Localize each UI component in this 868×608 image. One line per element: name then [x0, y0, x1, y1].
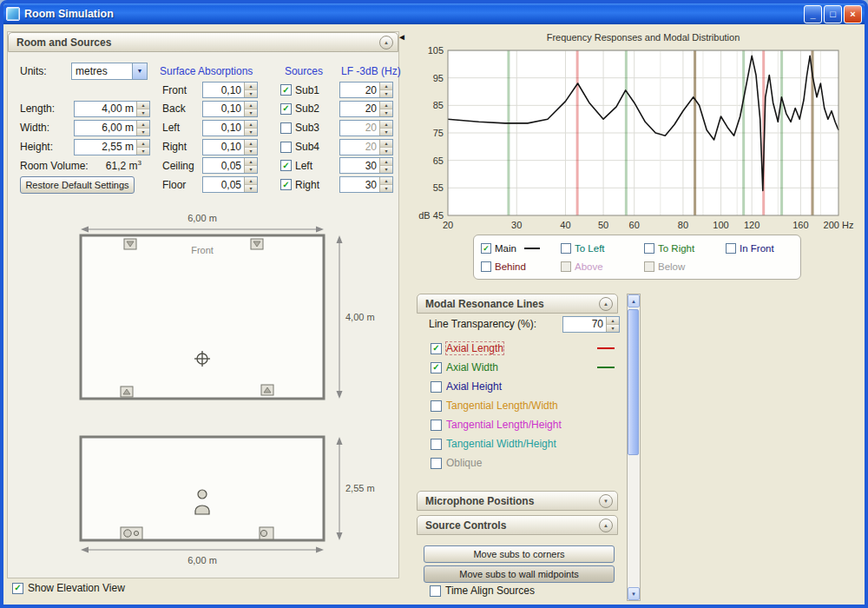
legend-main[interactable]: ✓ Main — [481, 243, 561, 254]
tangential-length-height-checkbox[interactable] — [431, 420, 442, 431]
spin-down-icon[interactable]: ▾ — [137, 109, 149, 116]
oblique-checkbox[interactable] — [431, 458, 442, 469]
spin-down-icon[interactable]: ▾ — [380, 109, 392, 116]
surface-front-spinner[interactable]: ▴▾ — [244, 83, 257, 97]
spin-down-icon[interactable]: ▾ — [380, 166, 392, 173]
left-lf-spinner[interactable]: ▴▾ — [379, 158, 392, 173]
sub1-lf-spinner[interactable]: ▴▾ — [379, 83, 392, 97]
collapse-source-icon[interactable]: ▲ — [599, 519, 613, 532]
spin-down-icon[interactable]: ▾ — [380, 148, 392, 155]
spin-up-icon[interactable]: ▴ — [245, 121, 257, 129]
plan-view[interactable]: 6,00 m Front 4,00 m — [67, 208, 379, 409]
sub2-lf-spinner[interactable]: ▴▾ — [379, 102, 392, 116]
collapse-section-icon[interactable]: ▲ — [379, 36, 393, 50]
source-right[interactable]: ✓ Right — [280, 179, 332, 191]
splitter-collapse-icon[interactable]: ◄ — [398, 32, 406, 42]
axial-length-checkbox[interactable]: ✓ — [431, 343, 442, 354]
legend-in-front[interactable]: In Front — [726, 243, 795, 254]
surface-right-spinner[interactable]: ▴▾ — [244, 140, 257, 155]
spin-up-icon[interactable]: ▴ — [245, 83, 257, 90]
move-subs-midpoints-button[interactable]: Move subs to wall midpoints — [424, 565, 615, 583]
sub2-lf-field[interactable]: 20 ▴▾ — [339, 101, 393, 117]
source-left[interactable]: ✓ Left — [280, 160, 332, 172]
scrollbar[interactable]: ▲ ▼ — [627, 294, 641, 601]
sub1-checkbox[interactable]: ✓ — [280, 84, 292, 96]
spin-down-icon[interactable]: ▾ — [245, 185, 257, 192]
source-sub1[interactable]: ✓ Sub1 — [280, 84, 332, 96]
source-sub3[interactable]: Sub3 — [280, 122, 332, 134]
modal-item-axial-height[interactable]: Axial Height — [417, 377, 620, 396]
spin-up-icon[interactable]: ▴ — [245, 102, 257, 109]
sub4-lf-spinner[interactable]: ▴▾ — [379, 140, 392, 155]
move-subs-corners-button[interactable]: Move subs to corners — [424, 545, 615, 563]
surface-front-field[interactable]: 0,10 ▴▾ — [202, 82, 258, 98]
scroll-down-icon[interactable]: ▼ — [628, 587, 640, 600]
sub3-lf-field[interactable]: 20 ▴▾ — [339, 120, 393, 136]
sub1-lf-field[interactable]: 20 ▴▾ — [339, 82, 393, 98]
room-sources-header[interactable]: Room and Sources ▲ — [8, 32, 398, 52]
show-elevation-toggle[interactable]: ✓ Show Elevation View — [12, 582, 125, 594]
spin-down-icon[interactable]: ▾ — [245, 129, 257, 135]
surface-floor-field[interactable]: 0,05 ▴▾ — [202, 176, 258, 193]
sub2-checkbox[interactable]: ✓ — [280, 103, 292, 115]
modal-resonance-header[interactable]: Modal Resonance Lines ▲ — [417, 294, 618, 314]
spin-down-icon[interactable]: ▾ — [380, 129, 392, 135]
axial-height-checkbox[interactable] — [431, 381, 442, 393]
behind-checkbox[interactable] — [481, 261, 491, 272]
axial-width-checkbox[interactable]: ✓ — [431, 362, 442, 373]
spin-up-icon[interactable]: ▴ — [380, 83, 392, 90]
expand-mic-icon[interactable]: ▼ — [599, 494, 613, 508]
plan-speaker-left-icon[interactable] — [124, 239, 136, 249]
legend-behind[interactable]: Behind — [481, 261, 561, 272]
surface-floor-spinner[interactable]: ▴▾ — [244, 177, 257, 192]
spin-up-icon[interactable]: ▴ — [380, 140, 392, 148]
elevation-speaker-left-icon[interactable] — [121, 527, 142, 539]
plan-sub1-icon[interactable] — [121, 387, 133, 397]
line-transparency-spinner[interactable]: ▴▾ — [606, 317, 619, 332]
legend-to-right[interactable]: To Right — [644, 243, 726, 254]
spin-down-icon[interactable]: ▾ — [245, 90, 257, 97]
above-checkbox[interactable] — [561, 261, 571, 272]
modal-item-tangential-length-height[interactable]: Tangential Length/Height — [417, 415, 620, 434]
spin-up-icon[interactable]: ▴ — [137, 140, 149, 148]
right-lf-field[interactable]: 30 ▴▾ — [339, 176, 393, 193]
spin-down-icon[interactable]: ▾ — [380, 90, 392, 97]
width-field[interactable]: 6,00 m ▴▾ — [74, 120, 150, 136]
source-sub2[interactable]: ✓ Sub2 — [280, 102, 332, 115]
spin-up-icon[interactable]: ▴ — [380, 121, 392, 129]
spin-up-icon[interactable]: ▴ — [137, 121, 149, 129]
modal-item-tangential-width-height[interactable]: Tangential Width/Height — [417, 434, 620, 453]
surface-back-field[interactable]: 0,10 ▴▾ — [202, 101, 258, 117]
spin-down-icon[interactable]: ▾ — [245, 166, 257, 173]
length-field[interactable]: 4,00 m ▴▾ — [74, 101, 150, 117]
surface-right-field[interactable]: 0,10 ▴▾ — [202, 139, 258, 155]
spin-up-icon[interactable]: ▴ — [137, 102, 149, 109]
restore-defaults-button[interactable]: Restore Default Settings — [20, 176, 135, 194]
sub4-checkbox[interactable] — [280, 142, 292, 153]
surface-back-spinner[interactable]: ▴▾ — [244, 102, 257, 116]
surface-left-field[interactable]: 0,10 ▴▾ — [202, 120, 258, 136]
tangential-length-width-checkbox[interactable] — [431, 400, 442, 412]
surface-left-spinner[interactable]: ▴▾ — [244, 121, 257, 135]
height-spinner[interactable]: ▴▾ — [136, 140, 149, 155]
source-controls-header[interactable]: Source Controls ▲ — [417, 515, 618, 535]
time-align-toggle[interactable]: Time Align Sources — [430, 585, 535, 597]
spin-down-icon[interactable]: ▾ — [137, 129, 149, 135]
modal-item-axial-width[interactable]: ✓ Axial Width — [417, 358, 620, 377]
modal-item-oblique[interactable]: Oblique — [417, 453, 620, 473]
elevation-view[interactable]: 6,00 m 2,55 m — [67, 421, 379, 586]
source-sub4[interactable]: Sub4 — [280, 141, 332, 153]
below-checkbox[interactable] — [644, 261, 654, 272]
sub3-lf-spinner[interactable]: ▴▾ — [379, 121, 392, 135]
left-checkbox[interactable]: ✓ — [280, 160, 292, 171]
spin-up-icon[interactable]: ▴ — [380, 158, 392, 166]
in-front-checkbox[interactable] — [726, 243, 736, 254]
right-lf-spinner[interactable]: ▴▾ — [379, 177, 392, 192]
time-align-checkbox[interactable] — [430, 585, 441, 597]
legend-to-left[interactable]: To Left — [561, 243, 644, 254]
microphone-positions-header[interactable]: Microphone Positions ▼ — [417, 491, 618, 511]
elevation-speaker-right-icon[interactable] — [260, 527, 273, 539]
show-elevation-checkbox[interactable]: ✓ — [12, 583, 23, 594]
spin-up-icon[interactable]: ▴ — [245, 158, 257, 166]
right-checkbox[interactable]: ✓ — [280, 179, 292, 190]
